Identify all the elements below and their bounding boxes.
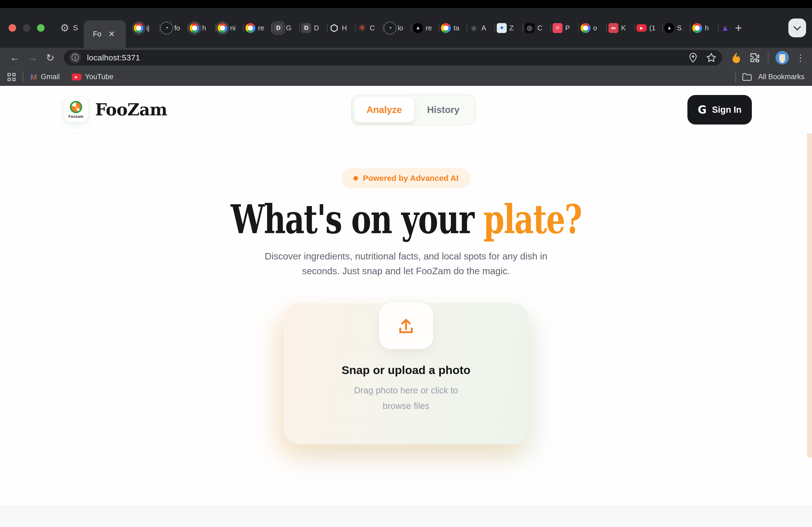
main-nav: Analyze History [351,94,476,125]
vercel-favicon-icon [413,23,423,33]
tab-settings[interactable]: ⚙ S [54,15,84,41]
bookmark-star-icon[interactable] [706,52,717,63]
forward-button[interactable]: → [25,52,40,63]
upload-hint-line1: Drag photo here or click to [354,385,458,395]
apps-grid-icon[interactable] [8,73,16,81]
profile-avatar[interactable] [775,51,789,64]
bookmark-youtube[interactable]: YouTube [72,73,114,81]
site-info-icon[interactable]: ⓘ [69,52,81,64]
browser-tab[interactable]: B [719,20,728,36]
google-favicon-icon [190,23,200,33]
tab-label: S [73,24,78,32]
upload-hint-line2: browse files [383,401,429,411]
browser-tab[interactable]: K [607,20,635,36]
browser-tab[interactable]: (1 [635,20,663,36]
window-controls [9,24,45,32]
browser-tab[interactable]: re [244,20,272,36]
upload-icon-card [379,303,433,349]
google-favicon-icon [134,23,144,33]
tab-label: re [425,24,432,32]
browser-tab[interactable]: h [188,20,216,36]
macos-menubar-hidden [0,0,812,8]
browser-tab[interactable]: C [356,20,383,36]
browser-tab[interactable]: Z [495,20,523,36]
new-tab-button[interactable]: + [730,21,746,35]
browser-tab[interactable]: h [691,20,719,36]
site-header: Foozam FooZam Analyze History G Sign In [0,86,812,134]
url-text[interactable]: localhost:5371 [87,53,140,62]
reload-button[interactable]: ↻ [42,52,58,64]
gear-icon: ⚙ [60,23,69,33]
browser-tab[interactable]: A [467,20,495,36]
google-favicon-icon [692,23,702,33]
close-window-button[interactable] [9,24,16,32]
tab-label: h [705,24,709,32]
browser-tab[interactable]: G [272,20,300,36]
browser-tab[interactable]: fo [160,20,188,36]
tab-analyze[interactable]: Analyze [354,97,414,122]
browser-tab[interactable]: ta [439,20,467,36]
tab-label: lo [398,24,403,32]
browser-tab[interactable]: D [300,20,328,36]
tab-search-chevron-button[interactable] [788,18,806,37]
powered-by-badge: Powered by Advanced AI [342,168,470,189]
page-title: What's on your plate? [0,196,812,243]
chevron-down-icon [794,23,801,31]
extensions-puzzle-icon[interactable] [749,52,761,64]
browser-tab[interactable]: ni [216,20,244,36]
upload-hint: Drag photo here or click to browse files [284,383,528,414]
minimize-window-button[interactable] [23,24,30,32]
vercel-favicon-icon [664,23,674,33]
dhex-favicon-icon [301,23,311,33]
address-bar[interactable]: ⓘ localhost:5371 [64,50,722,65]
menu-kebab-icon[interactable]: ⋮ [796,52,805,63]
folder-icon [742,73,752,81]
tab-label: A [481,24,486,32]
foozam-page: Foozam FooZam Analyze History G Sign In … [0,86,812,527]
tab-label: ij [146,24,149,32]
openai-favicon-icon [329,23,339,33]
active-tab-foozam[interactable]: Fo ✕ [84,20,126,48]
dhex-favicon-icon [273,23,283,33]
bookmarks-divider [23,72,23,82]
browser-tab[interactable]: P [551,20,579,36]
badge-text: Powered by Advanced AI [363,174,458,183]
tab-strip: ⚙ S Fo ✕ ijfohnireGDHCloretaAZCPoK(1ShB … [0,8,812,48]
astro-favicon-icon [720,23,728,33]
browser-tab[interactable]: ij [132,20,160,36]
location-pin-icon[interactable] [688,52,698,63]
browser-tab[interactable]: o [579,20,607,36]
upload-dropzone[interactable]: Snap or upload a photo Drag photo here o… [284,303,528,445]
maximize-window-button[interactable] [37,24,45,32]
back-button[interactable]: ← [7,52,23,63]
subtitle-line2: seconds. Just snap and let FooZam do the… [302,266,510,276]
close-tab-icon[interactable]: ✕ [108,30,115,38]
bookmark-gmail[interactable]: MGmail [30,73,60,81]
sign-in-label: Sign In [712,105,741,115]
browser-tab[interactable]: re [411,20,439,36]
google-favicon-icon [441,23,451,33]
browser-tab[interactable]: H [328,20,356,36]
google-g-icon: G [698,104,707,116]
flame-extension-icon[interactable] [731,51,742,64]
tab-label: fo [174,24,180,32]
tab-label: (1 [649,24,655,32]
brand-logo[interactable]: Foozam FooZam [64,98,167,122]
browser-tab[interactable]: C [523,20,551,36]
toolbar-divider [768,52,768,64]
github-favicon-icon [469,23,479,33]
sign-in-button[interactable]: G Sign In [687,95,752,124]
background-tabs: ijfohnireGDHCloretaAZCPoK(1ShB [132,8,728,48]
browser-tab[interactable]: lo [383,20,411,36]
tab-history[interactable]: History [414,104,473,115]
foozam-swirl-icon [70,101,82,113]
browser-tab[interactable]: S [663,20,691,36]
youtube-favicon-icon [636,24,647,32]
tab-label: re [258,24,264,32]
tab-label: Z [509,24,514,32]
claude-favicon-icon [357,23,367,33]
tab-analyze-label: Analyze [366,104,402,115]
google-favicon-icon [245,23,255,33]
tab-label: C [370,24,375,32]
all-bookmarks-button[interactable]: All Bookmarks [758,73,804,81]
